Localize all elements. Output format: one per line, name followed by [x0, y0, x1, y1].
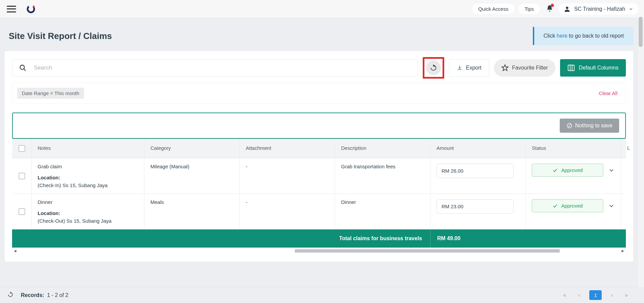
ban-icon — [566, 123, 572, 129]
footer-bar: Records: 1 - 2 of 2 « ‹ 1 › » — [0, 287, 638, 303]
col-header-status[interactable]: Status — [526, 139, 621, 158]
tips-button[interactable]: Tips — [518, 4, 540, 14]
page-next-button[interactable]: › — [608, 291, 615, 300]
favourite-filter-button[interactable]: Favourite Filter — [494, 59, 555, 77]
scroll-thumb[interactable] — [295, 249, 559, 253]
table-header-row: Notes Category Attachment Description Am… — [12, 139, 626, 158]
hamburger-menu-icon[interactable] — [7, 5, 16, 13]
notes-title: Grab claim — [38, 164, 138, 169]
row-checkbox[interactable] — [18, 208, 25, 215]
scroll-left-icon[interactable]: ◄ — [12, 249, 18, 253]
filter-chip-date-range[interactable]: Date Range = This month — [17, 88, 84, 99]
page-title: Site Visit Report / Claims — [9, 31, 112, 41]
cell-category: Meals — [144, 194, 240, 229]
records-count: Records: 1 - 2 of 2 — [21, 292, 68, 298]
amount-input[interactable]: RM 26.00 — [436, 164, 514, 178]
cell-category: Mileage (Manual) — [144, 158, 240, 193]
save-banner: Nothing to save — [12, 113, 626, 139]
notifications-bell-icon[interactable] — [546, 5, 553, 13]
svg-marker-5 — [502, 65, 508, 71]
chevron-down-icon[interactable] — [608, 167, 615, 174]
chevron-down-icon[interactable] — [608, 203, 615, 209]
columns-icon — [567, 64, 575, 72]
nothing-to-save-button: Nothing to save — [560, 119, 619, 133]
search-input[interactable] — [34, 64, 412, 71]
svg-point-1 — [33, 5, 35, 7]
old-report-banner: Click here to go back to old report — [533, 27, 633, 45]
refresh-icon — [430, 64, 437, 72]
row-checkbox[interactable] — [18, 173, 25, 179]
app-logo[interactable] — [26, 4, 36, 14]
check-icon — [552, 203, 558, 209]
footer-refresh-icon[interactable] — [7, 292, 13, 299]
notes-location-label: Location: — [38, 175, 138, 180]
page-last-button[interactable]: » — [622, 291, 631, 300]
total-label: Total claims for business travels — [12, 229, 430, 248]
user-menu[interactable]: SC Training - Hafizah — [559, 3, 639, 15]
star-icon — [501, 64, 509, 72]
vertical-scrollbar[interactable] — [638, 17, 644, 287]
cell-description: Grab transportation fees — [335, 158, 430, 193]
notes-title: Dinner — [38, 199, 138, 205]
claims-table: Notes Category Attachment Description Am… — [12, 139, 626, 248]
page-prev-button[interactable]: ‹ — [576, 291, 583, 300]
page-first-button[interactable]: « — [560, 291, 569, 300]
search-field-wrap[interactable] — [12, 59, 418, 77]
notes-location-text: (Check-In) Ss 15, Subang Jaya — [38, 182, 138, 188]
col-header-notes[interactable]: Notes — [32, 139, 144, 158]
notes-location-text: (Check-Out) Ss 15, Subang Jaya — [38, 218, 138, 224]
refresh-button[interactable] — [426, 60, 441, 75]
cell-attachment: - — [240, 158, 335, 193]
cell-overflow — [621, 158, 633, 193]
svg-line-4 — [24, 69, 26, 71]
svg-point-3 — [20, 65, 25, 70]
refresh-highlight-box — [423, 57, 444, 79]
horizontal-scrollbar[interactable]: ◄ ► — [12, 248, 626, 254]
page-current[interactable]: 1 — [589, 290, 601, 300]
col-header-last[interactable]: L — [621, 139, 633, 158]
svg-line-10 — [568, 124, 571, 127]
quick-access-button[interactable]: Quick Access — [472, 4, 514, 14]
default-columns-button[interactable]: Default Columns — [560, 59, 626, 77]
col-header-description[interactable]: Description — [335, 139, 430, 158]
pagination: « ‹ 1 › » — [560, 290, 631, 300]
check-icon — [552, 168, 558, 173]
amount-input[interactable]: RM 23.00 — [436, 199, 514, 214]
export-button[interactable]: Export — [449, 59, 489, 77]
cell-overflow — [621, 194, 633, 229]
svg-point-2 — [566, 6, 568, 9]
table-row: Grab claim Location: (Check-In) Ss 15, S… — [12, 158, 626, 194]
total-amount: RM 49.00 — [430, 229, 626, 248]
notes-location-label: Location: — [38, 210, 138, 216]
search-icon — [19, 64, 27, 72]
user-name-label: SC Training - Hafizah — [574, 6, 625, 12]
status-badge[interactable]: Approved — [532, 199, 603, 212]
col-header-category[interactable]: Category — [144, 139, 240, 158]
total-row: Total claims for business travels RM 49.… — [12, 229, 626, 248]
clear-all-filters[interactable]: Clear All — [599, 90, 617, 96]
col-header-attachment[interactable]: Attachment — [240, 139, 335, 158]
chevron-down-icon — [629, 7, 633, 11]
status-badge[interactable]: Approved — [532, 164, 603, 177]
cell-description: Dinner — [335, 194, 430, 229]
table-row: Dinner Location: (Check-Out) Ss 15, Suba… — [12, 194, 626, 229]
download-icon — [457, 65, 463, 71]
select-all-checkbox[interactable] — [18, 145, 25, 152]
top-bar: Quick Access Tips SC Training - Hafizah — [0, 0, 644, 18]
cell-attachment: - — [240, 194, 335, 229]
scroll-right-icon[interactable]: ► — [620, 249, 626, 253]
old-report-link[interactable]: here — [557, 33, 567, 39]
col-header-amount[interactable]: Amount — [430, 139, 526, 158]
svg-rect-6 — [568, 65, 574, 71]
